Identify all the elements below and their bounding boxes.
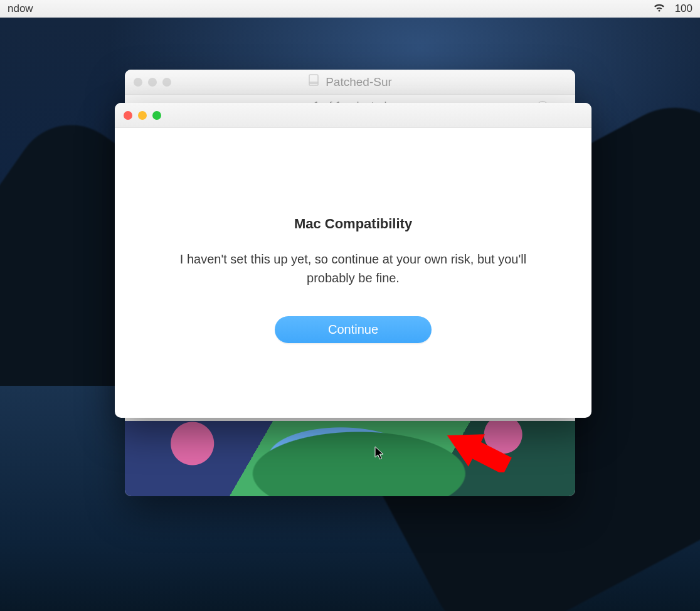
menu-bar: ndow 100 — [0, 0, 700, 18]
wifi-icon[interactable] — [652, 3, 666, 16]
disk-icon — [308, 74, 319, 90]
dialog-message: I haven't set this up yet, so continue a… — [156, 250, 551, 287]
finder-titlebar[interactable]: Patched-Sur — [125, 70, 575, 95]
maximize-button-back[interactable] — [162, 78, 171, 87]
close-button-back[interactable] — [134, 78, 142, 87]
dialog-body: Mac Compatibility I haven't set this up … — [115, 128, 591, 343]
dialog-window: Mac Compatibility I haven't set this up … — [115, 103, 591, 418]
finder-title-text: Patched-Sur — [326, 75, 392, 89]
traffic-lights-back — [134, 78, 171, 87]
continue-button[interactable]: Continue — [275, 316, 432, 343]
battery-text: 100 — [675, 3, 692, 15]
dialog-heading: Mac Compatibility — [135, 216, 571, 232]
dialog-titlebar[interactable] — [115, 103, 591, 128]
maximize-button[interactable] — [152, 111, 161, 120]
finder-title: Patched-Sur — [308, 74, 392, 90]
app-artwork — [125, 421, 575, 496]
close-button[interactable] — [124, 111, 132, 120]
menu-item-window[interactable]: ndow — [8, 3, 33, 14]
traffic-lights-front — [124, 111, 161, 120]
minimize-button[interactable] — [138, 111, 147, 120]
minimize-button-back[interactable] — [148, 78, 157, 87]
